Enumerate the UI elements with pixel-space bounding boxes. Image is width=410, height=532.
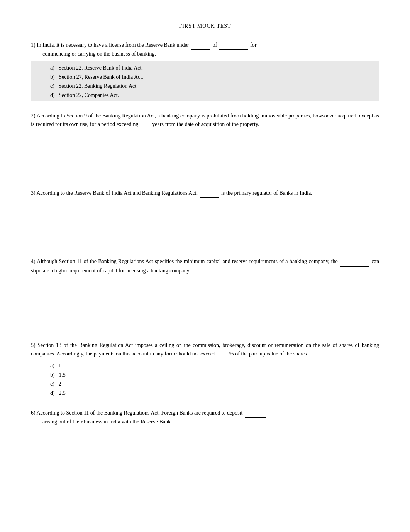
q2-blank [141,120,150,129]
question-1: 1) In India, it is necessary to have a l… [31,41,379,101]
q4-blank [340,257,369,266]
q1-option-c: c) Section 22, Banking Regulation Act. [50,82,379,91]
q2-text: 2) According to Section 9 of the Banking… [31,112,379,129]
q4-text-part1: Although Section 11 of the Banking Regul… [37,258,338,264]
q3-text-part1: According to the Reserve Bank of India A… [36,190,198,196]
q5-option-a-text: 1 [58,363,61,369]
q1-blank2 [219,41,248,50]
q5-option-d-label: d) [50,390,55,396]
q6-text-part2: arising out of their business in India w… [31,419,172,425]
q5-option-b-label: b) [50,372,55,378]
q1-text: 1) In India, it is necessary to have a l… [31,41,379,59]
q4-spacer [31,277,379,324]
q1-option-d-label: d) [50,92,55,98]
q4-text: 4) Although Section 11 of the Banking Re… [31,257,379,275]
q1-text-of: of [212,42,218,48]
q1-option-c-label: c) [50,83,54,89]
question-2: 2) According to Section 9 of the Banking… [31,112,379,178]
q5-option-b: b) 1.5 [50,371,379,380]
q1-option-a: a) Section 22, Reserve Bank of India Act… [50,63,379,73]
separator-4-5 [31,335,379,335]
q4-number: 4) [31,258,36,264]
q5-options-list: a) 1 b) 1.5 c) 2 d) 2.5 [31,361,379,398]
q5-option-d-text: 2.5 [59,390,66,396]
q5-number: 5) [31,342,36,348]
q3-text: 3) According to the Reserve Bank of Indi… [31,189,379,198]
q5-option-c: c) 2 [50,379,379,389]
q1-text-for: for [250,42,256,48]
q1-options-list: a) Section 22, Reserve Bank of India Act… [31,63,379,100]
q5-option-d: d) 2.5 [50,389,379,398]
question-6: 6) According to Section 11 of the Bankin… [31,409,379,427]
q1-option-d-text: Section 22, Companies Act. [59,92,119,98]
q5-option-c-label: c) [50,381,54,387]
q6-number: 6) [31,410,36,416]
q1-text-commencing: commencing or carrying on the business o… [31,51,156,57]
q5-text-part2: % of the paid up value of the shares. [229,351,308,357]
q2-text-part2: years from the date of acquisition of th… [152,121,259,127]
q3-spacer [31,200,379,246]
q5-option-a: a) 1 [50,361,379,371]
q1-option-b: b) Section 27, Reserve Bank of India Act… [50,73,379,82]
q1-option-b-label: b) [50,74,55,80]
q6-blank [245,409,266,418]
q1-blank1 [191,41,210,50]
q5-text: 5) Section 13 of the Banking Regulation … [31,341,379,359]
q1-option-a-text: Section 22, Reserve Bank of India Act. [58,65,143,71]
q1-option-d: d) Section 22, Companies Act. [50,91,379,100]
q5-option-b-text: 1.5 [59,372,66,378]
q3-text-part2: is the primary regulator of Banks in Ind… [221,190,312,196]
q2-spacer [31,132,379,178]
q6-text: 6) According to Section 11 of the Bankin… [31,409,379,427]
q1-text-before: In India, it is necessary to have a lice… [37,42,189,48]
q5-option-c-text: 2 [58,381,61,387]
q5-text-part1: Section 13 of the Banking Regulation Act… [31,342,379,357]
q1-option-a-label: a) [50,65,54,71]
q2-number: 2) [31,113,36,119]
q6-text-part1: According to Section 11 of the Banking R… [36,410,242,416]
q1-number: 1) [31,42,36,48]
q5-option-a-label: a) [50,363,54,369]
question-5: 5) Section 13 of the Banking Regulation … [31,341,379,398]
q3-number: 3) [31,190,36,196]
q1-option-b-text: Section 27, Reserve Bank of India Act. [59,74,143,80]
q1-options-highlighted: a) Section 22, Reserve Bank of India Act… [31,61,379,101]
q5-blank [218,350,227,359]
question-4: 4) Although Section 11 of the Banking Re… [31,257,379,324]
q1-option-c-text: Section 22, Banking Regulation Act. [58,83,137,89]
question-3: 3) According to the Reserve Bank of Indi… [31,189,379,246]
page-title: FIRST MOCK TEST [31,23,379,29]
q3-blank [200,189,219,198]
